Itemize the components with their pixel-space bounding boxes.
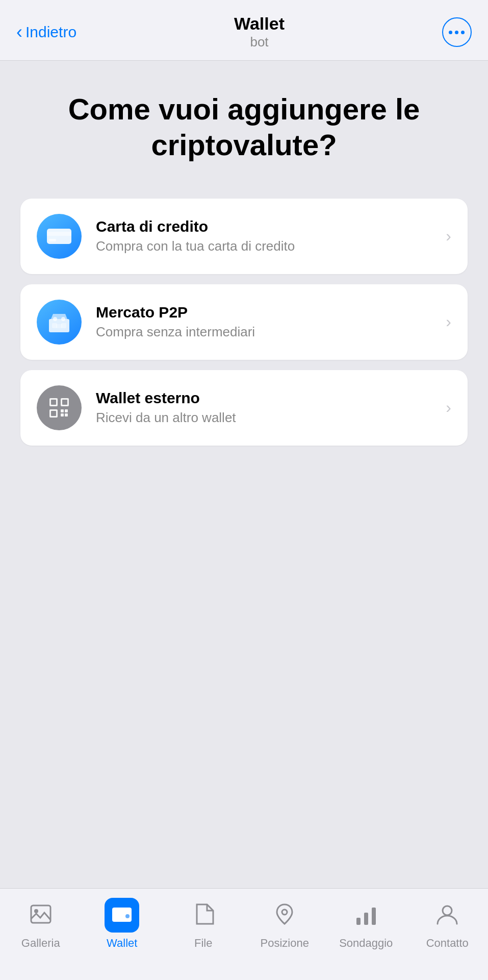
- page-question: Come vuoi aggiungere le criptovalute?: [20, 91, 468, 162]
- external-wallet-text: Wallet esterno Ricevi da un altro wallet: [96, 389, 438, 426]
- svg-rect-14: [51, 411, 56, 416]
- contact-icon: [435, 902, 459, 928]
- svg-rect-10: [51, 400, 56, 405]
- header-subtitle: bot: [250, 34, 268, 50]
- tab-contact[interactable]: Contatto: [407, 898, 489, 950]
- header-title: Wallet: [234, 14, 285, 33]
- credit-card-text: Carta di credito Compra con la tua carta…: [96, 218, 438, 254]
- tab-location[interactable]: Posizione: [244, 898, 326, 950]
- location-icon-wrapper: [267, 898, 302, 933]
- file-icon: [192, 902, 215, 928]
- chevron-left-icon: ‹: [16, 21, 22, 43]
- external-wallet-desc: Ricevi da un altro wallet: [96, 410, 438, 426]
- svg-point-7: [53, 317, 57, 321]
- tab-survey-label: Sondaggio: [339, 937, 393, 950]
- svg-rect-25: [356, 918, 361, 925]
- credit-card-desc: Compra con la tua carta di credito: [96, 238, 438, 254]
- svg-point-8: [61, 317, 65, 321]
- options-list: Carta di credito Compra con la tua carta…: [20, 199, 468, 446]
- svg-rect-27: [372, 908, 376, 925]
- p2p-market-option[interactable]: Mercato P2P Compra senza intermediari ›: [20, 284, 468, 360]
- svg-rect-18: [65, 413, 68, 416]
- tab-location-label: Posizione: [261, 937, 309, 950]
- back-label: Indietro: [25, 23, 76, 41]
- credit-card-option[interactable]: Carta di credito Compra con la tua carta…: [20, 199, 468, 274]
- location-icon: [273, 902, 296, 928]
- svg-rect-19: [31, 905, 50, 923]
- p2p-market-desc: Compra senza intermediari: [96, 324, 438, 340]
- svg-rect-15: [61, 409, 64, 412]
- back-button[interactable]: ‹ Indietro: [16, 21, 76, 43]
- main-content: Come vuoi aggiungere le criptovalute? Ca…: [0, 61, 488, 888]
- contact-icon-wrapper: [430, 898, 465, 933]
- tab-wallet[interactable]: Wallet: [82, 898, 163, 950]
- ellipsis-icon: [449, 31, 465, 34]
- svg-rect-17: [61, 413, 64, 416]
- p2p-market-text: Mercato P2P Compra senza intermediari: [96, 304, 438, 340]
- tab-file-label: File: [194, 937, 212, 950]
- svg-rect-2: [49, 239, 56, 241]
- app-header: ‹ Indietro Wallet bot: [0, 0, 488, 61]
- tab-survey[interactable]: Sondaggio: [325, 898, 407, 950]
- tab-gallery-label: Galleria: [21, 937, 60, 950]
- gallery-icon-wrapper: [23, 898, 58, 933]
- tab-file[interactable]: File: [163, 898, 244, 950]
- svg-rect-6: [56, 324, 62, 328]
- header-center: Wallet bot: [234, 14, 285, 50]
- external-wallet-title: Wallet esterno: [96, 389, 438, 407]
- p2p-market-title: Mercato P2P: [96, 304, 438, 321]
- tab-wallet-label: Wallet: [107, 937, 137, 950]
- survey-icon: [354, 902, 378, 928]
- survey-icon-wrapper: [349, 898, 383, 933]
- tab-contact-label: Contatto: [426, 937, 469, 950]
- gallery-icon: [29, 902, 53, 928]
- svg-point-28: [443, 906, 452, 915]
- chevron-right-icon: ›: [446, 398, 451, 417]
- external-wallet-option[interactable]: Wallet esterno Ricevi da un altro wallet…: [20, 370, 468, 446]
- svg-rect-26: [364, 913, 368, 925]
- wallet-icon: [110, 902, 134, 928]
- tab-gallery[interactable]: Galleria: [0, 898, 82, 950]
- tab-bar: Galleria Wallet File: [0, 888, 488, 980]
- more-options-button[interactable]: [442, 17, 472, 47]
- svg-rect-22: [112, 911, 132, 914]
- qr-icon: [37, 385, 82, 430]
- market-icon: [37, 300, 82, 345]
- svg-rect-0: [47, 229, 71, 244]
- file-icon-wrapper: [186, 898, 221, 933]
- chevron-right-icon: ›: [446, 227, 451, 246]
- chevron-right-icon: ›: [446, 312, 451, 331]
- svg-rect-1: [47, 232, 71, 236]
- credit-card-title: Carta di credito: [96, 218, 438, 235]
- credit-card-icon: [37, 214, 82, 259]
- svg-rect-12: [62, 400, 67, 405]
- svg-point-24: [282, 910, 287, 915]
- svg-point-20: [34, 909, 38, 913]
- svg-rect-16: [65, 409, 68, 412]
- wallet-icon-wrapper: [105, 898, 139, 933]
- svg-point-23: [125, 914, 130, 918]
